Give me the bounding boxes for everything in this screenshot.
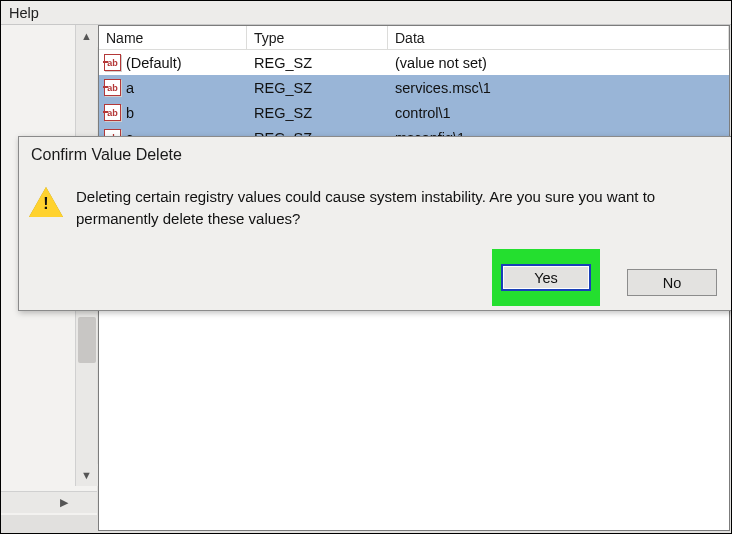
dialog-title: Confirm Value Delete <box>19 137 732 172</box>
value-type: REG_SZ <box>247 80 388 96</box>
table-row[interactable]: ab a REG_SZ services.msc\1 <box>99 75 729 100</box>
string-value-icon: ab <box>104 54 121 71</box>
table-row[interactable]: ab (Default) REG_SZ (value not set) <box>99 50 729 75</box>
confirm-delete-dialog: Confirm Value Delete ! Deleting certain … <box>18 136 732 311</box>
tree-horizontal-scrollbar[interactable]: ▶ <box>1 491 97 513</box>
value-name: (Default) <box>126 55 182 71</box>
scroll-right-icon[interactable]: ▶ <box>53 492 75 514</box>
value-data: (value not set) <box>388 55 729 71</box>
value-type: REG_SZ <box>247 105 388 121</box>
scroll-down-icon[interactable]: ▼ <box>76 464 98 486</box>
scroll-up-icon[interactable]: ▲ <box>76 25 98 47</box>
menu-bar: Help <box>1 1 731 25</box>
column-header-data[interactable]: Data <box>388 26 729 49</box>
no-button[interactable]: No <box>627 269 717 296</box>
value-data: services.msc\1 <box>388 80 729 96</box>
dialog-message: Deleting certain registry values could c… <box>76 182 723 230</box>
column-header-type[interactable]: Type <box>247 26 388 49</box>
menu-item-help[interactable]: Help <box>3 1 45 25</box>
string-value-icon: ab <box>104 104 121 121</box>
tutorial-highlight: Yes <box>492 249 600 306</box>
value-name: a <box>126 80 134 96</box>
column-header-name[interactable]: Name <box>99 26 247 49</box>
table-row[interactable]: ab b REG_SZ control\1 <box>99 100 729 125</box>
listview-header: Name Type Data <box>99 26 729 50</box>
value-type: REG_SZ <box>247 55 388 71</box>
vertical-scroll-thumb[interactable] <box>78 317 96 363</box>
yes-button[interactable]: Yes <box>501 264 591 291</box>
string-value-icon: ab <box>104 79 121 96</box>
value-data: control\1 <box>388 105 729 121</box>
value-name: b <box>126 105 134 121</box>
warning-icon: ! <box>29 187 62 217</box>
